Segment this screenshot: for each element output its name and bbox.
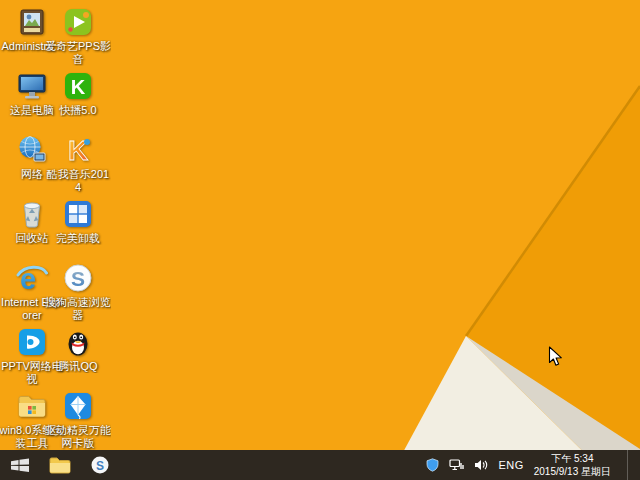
icon-label: 完美卸载 [45, 232, 111, 245]
pptv-play-icon [16, 326, 48, 358]
qq-penguin-icon [62, 326, 94, 358]
show-desktop-button[interactable] [627, 450, 632, 480]
sogou-s-icon: S [90, 455, 110, 475]
system-tray: ENG 下午 5:34 2015/9/13 星期日 [426, 450, 640, 480]
svg-text:K: K [71, 76, 86, 98]
desktop-icon-tencent-qq[interactable]: 腾讯QQ [46, 326, 110, 373]
tray-time: 下午 5:34 [534, 452, 611, 465]
network-globe-icon [16, 134, 48, 166]
desktop-icon-driver-genie[interactable]: 驱动精灵万能网卡版 [46, 390, 110, 450]
taskbar-sogou-browser-button[interactable]: S [80, 450, 120, 480]
tray-network-status-icon[interactable] [449, 459, 464, 471]
folder-icon [49, 455, 71, 475]
svg-text:S: S [96, 459, 104, 473]
ie-icon: e [16, 262, 48, 294]
icon-label: 快播5.0 [45, 104, 111, 117]
recycle-bin-icon [16, 198, 48, 230]
windows-panes-icon [62, 198, 94, 230]
desktop-icon-kuaibo[interactable]: K 快播5.0 [46, 70, 110, 117]
tray-volume-icon[interactable] [474, 459, 488, 471]
icon-label: 酷我音乐2014 [45, 168, 111, 194]
tray-date: 2015/9/13 星期日 [534, 465, 611, 478]
user-files-icon [16, 6, 48, 38]
icon-label: 腾讯QQ [45, 360, 111, 373]
tray-clock[interactable]: 下午 5:34 2015/9/13 星期日 [534, 452, 611, 478]
taskbar-file-explorer-button[interactable] [40, 450, 80, 480]
pps-play-icon [62, 6, 94, 38]
sogou-s-icon: S [62, 262, 94, 294]
kuaibo-k-icon: K [62, 70, 94, 102]
tray-shield-icon[interactable] [426, 458, 439, 472]
tray-language-indicator[interactable]: ENG [498, 459, 523, 471]
start-button[interactable] [0, 450, 40, 480]
desktop-icon-sogou-browser[interactable]: S 搜狗高速浏览器 [46, 262, 110, 322]
kuwo-k-icon: K [62, 134, 94, 166]
taskbar: S ENG 下午 5:34 2015/9/13 星期日 [0, 450, 640, 480]
svg-text:S: S [71, 267, 85, 290]
kite-icon [62, 390, 94, 422]
icon-label: 搜狗高速浏览器 [45, 296, 111, 322]
icon-label: 驱动精灵万能网卡版 [45, 424, 111, 450]
windows-folder-icon [16, 390, 48, 422]
icon-label: 爱奇艺PPS影音 [45, 40, 111, 66]
desktop-icon-perfect-uninstall[interactable]: 完美卸载 [46, 198, 110, 245]
computer-icon [16, 70, 48, 102]
desktop-icon-kuwo-music[interactable]: K 酷我音乐2014 [46, 134, 110, 194]
desktop-icon-iqiyi-pps[interactable]: 爱奇艺PPS影音 [46, 6, 110, 66]
svg-text:K: K [68, 135, 88, 166]
windows-logo-icon [10, 458, 30, 473]
